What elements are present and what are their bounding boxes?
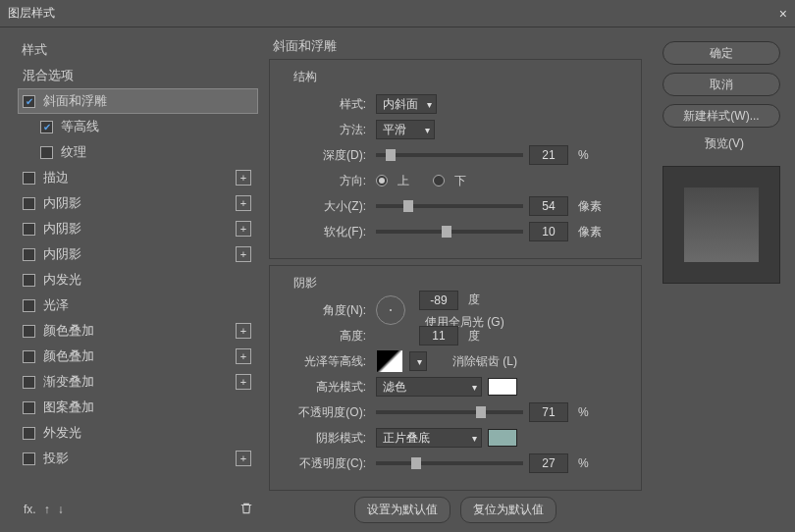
add-icon[interactable]: +	[236, 451, 251, 466]
style-checkbox[interactable]	[23, 274, 35, 287]
trash-icon[interactable]	[239, 502, 253, 518]
arrow-up-icon[interactable]: ↑	[44, 503, 50, 516]
style-label: 投影	[43, 450, 69, 467]
style-checkbox[interactable]	[23, 223, 35, 236]
style-checkbox[interactable]	[23, 350, 35, 363]
style-label: 斜面和浮雕	[43, 92, 107, 110]
style-row-6[interactable]: 内阴影+	[18, 241, 258, 267]
style-label: 颜色叠加	[43, 322, 94, 340]
add-icon[interactable]: +	[236, 348, 251, 364]
make-default-button[interactable]: 设置为默认值	[354, 497, 450, 523]
angle-label: 角度(N):	[284, 302, 366, 319]
size-label: 大小(Z):	[284, 198, 366, 215]
style-checkbox[interactable]	[23, 248, 35, 261]
style-label: 外发光	[43, 424, 81, 442]
direction-down-radio[interactable]	[433, 175, 445, 186]
style-checkbox[interactable]	[23, 172, 35, 185]
style-checkbox[interactable]	[40, 121, 53, 133]
close-icon[interactable]: ×	[779, 6, 787, 22]
depth-slider[interactable]	[376, 153, 523, 157]
style-label: 样式:	[284, 96, 366, 113]
styles-header: 样式	[18, 37, 258, 63]
style-label: 内阴影	[43, 245, 81, 263]
style-checkbox[interactable]	[23, 427, 35, 440]
soften-label: 软化(F):	[284, 224, 366, 240]
technique-label: 方法:	[284, 122, 366, 138]
soften-slider[interactable]	[376, 230, 523, 234]
style-row-0[interactable]: 斜面和浮雕	[18, 88, 258, 114]
style-checkbox[interactable]	[23, 325, 35, 338]
style-row-2[interactable]: 纹理	[18, 139, 258, 165]
style-checkbox[interactable]	[40, 146, 53, 159]
depth-label: 深度(D):	[284, 147, 366, 164]
structure-fieldset: 结构 样式: 内斜面 方法: 平滑 深度(D): 21 % 方向: 上	[269, 59, 642, 259]
style-checkbox[interactable]	[23, 299, 35, 312]
altitude-label: 高度:	[284, 328, 366, 345]
style-row-5[interactable]: 内阴影+	[18, 216, 258, 241]
reset-default-button[interactable]: 复位为默认值	[460, 497, 556, 523]
size-input[interactable]: 54	[529, 196, 568, 216]
gloss-contour-dropdown[interactable]	[409, 351, 427, 371]
shading-fieldset: 阴影 角度(N): -89 度 使用全局光 (G) 高度:	[269, 265, 642, 491]
style-checkbox[interactable]	[23, 401, 35, 414]
highlight-opacity-input[interactable]: 71	[529, 402, 568, 422]
angle-input[interactable]: -89	[419, 291, 458, 310]
style-row-11[interactable]: 渐变叠加+	[18, 369, 258, 395]
highlight-opacity-slider[interactable]	[376, 410, 523, 414]
style-row-3[interactable]: 描边+	[18, 165, 258, 190]
soften-input[interactable]: 10	[529, 222, 568, 241]
direction-up-radio[interactable]	[376, 175, 388, 186]
style-label: 内阴影	[43, 194, 81, 212]
style-row-14[interactable]: 投影+	[18, 446, 258, 471]
style-row-9[interactable]: 颜色叠加+	[18, 318, 258, 344]
angle-dial[interactable]	[376, 295, 405, 325]
highlight-opacity-unit: %	[578, 405, 589, 419]
style-select[interactable]: 内斜面	[376, 94, 437, 114]
blending-options-row[interactable]: 混合选项	[18, 63, 258, 88]
style-label: 颜色叠加	[43, 347, 94, 365]
new-style-button[interactable]: 新建样式(W)...	[662, 104, 780, 128]
depth-input[interactable]: 21	[529, 145, 568, 165]
shadow-color-swatch[interactable]	[488, 429, 517, 447]
style-checkbox[interactable]	[23, 197, 35, 210]
shadow-opacity-input[interactable]: 27	[529, 453, 568, 473]
highlight-color-swatch[interactable]	[488, 378, 517, 396]
add-icon[interactable]: +	[236, 170, 251, 186]
style-label: 内发光	[43, 271, 81, 289]
fx-label[interactable]: fx.	[24, 503, 36, 516]
style-row-7[interactable]: 内发光	[18, 267, 258, 293]
add-icon[interactable]: +	[236, 195, 251, 211]
settings-panel: 斜面和浮雕 结构 样式: 内斜面 方法: 平滑 深度(D): 21 % 方向: …	[263, 27, 648, 532]
cancel-button[interactable]: 取消	[662, 73, 780, 96]
sidebar-footer: fx. ↑ ↓	[18, 497, 259, 522]
style-checkbox[interactable]	[23, 95, 35, 108]
gloss-contour-label: 光泽等高线:	[284, 353, 366, 370]
preview-box	[662, 166, 780, 284]
shadow-mode-select[interactable]: 正片叠底	[376, 428, 482, 448]
titlebar: 图层样式 ×	[0, 0, 795, 27]
style-row-4[interactable]: 内阴影+	[18, 190, 258, 216]
style-row-13[interactable]: 外发光	[18, 420, 258, 446]
antialias-label: 消除锯齿 (L)	[452, 353, 517, 370]
style-row-10[interactable]: 颜色叠加+	[18, 344, 258, 369]
style-row-1[interactable]: 等高线	[18, 114, 258, 139]
add-icon[interactable]: +	[236, 246, 251, 262]
arrow-down-icon[interactable]: ↓	[58, 503, 64, 516]
add-icon[interactable]: +	[236, 323, 251, 339]
gloss-contour-picker[interactable]	[376, 349, 403, 373]
highlight-mode-select[interactable]: 滤色	[376, 377, 482, 397]
technique-select[interactable]: 平滑	[376, 120, 435, 139]
add-icon[interactable]: +	[236, 221, 251, 237]
style-label: 等高线	[61, 118, 99, 135]
style-label: 光泽	[43, 296, 69, 314]
style-row-12[interactable]: 图案叠加	[18, 395, 258, 420]
size-slider[interactable]	[376, 204, 523, 208]
ok-button[interactable]: 确定	[662, 41, 780, 65]
style-row-8[interactable]: 光泽	[18, 293, 258, 318]
style-label: 内阴影	[43, 220, 81, 238]
style-checkbox[interactable]	[23, 376, 35, 389]
add-icon[interactable]: +	[236, 374, 251, 390]
shadow-opacity-slider[interactable]	[376, 461, 523, 465]
altitude-input[interactable]: 11	[419, 326, 458, 346]
style-checkbox[interactable]	[23, 452, 35, 465]
